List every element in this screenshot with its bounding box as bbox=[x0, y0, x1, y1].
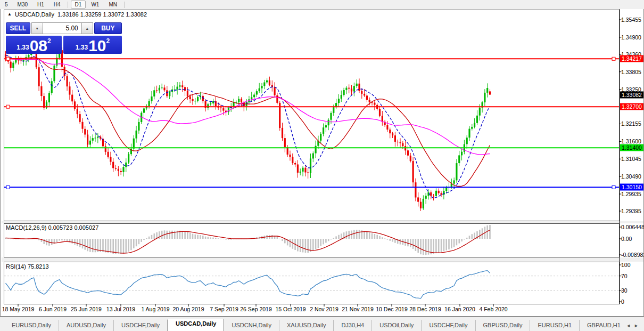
rsi-axis-label: 70 bbox=[621, 273, 628, 279]
horizontal-line-1-32700[interactable] bbox=[4, 105, 620, 108]
chart-ohlc-values: 1.33186 1.33259 1.33072 1.33082 bbox=[57, 11, 147, 18]
timeframe-button-h1[interactable]: H1 bbox=[33, 1, 48, 9]
chart-window: ▲ USDCAD,Daily 1.33186 1.33259 1.33072 1… bbox=[0, 9, 644, 317]
line-drag-handle[interactable] bbox=[6, 185, 10, 189]
timeframe-button-m30[interactable]: M30 bbox=[13, 1, 32, 9]
line-drag-handle[interactable] bbox=[6, 105, 10, 108]
ma-fast-line bbox=[6, 55, 490, 198]
timeframe-button-d1[interactable]: D1 bbox=[71, 1, 86, 9]
rsi-axis-label: 0 bbox=[621, 298, 624, 305]
date-axis-label: 2 Nov 2019 bbox=[310, 306, 338, 312]
price-axis-label: 1.29395 bbox=[621, 208, 641, 214]
sell-price-big: 08 bbox=[30, 39, 47, 53]
line-drag-handle[interactable] bbox=[612, 185, 615, 189]
tab-usdchf-daily[interactable]: USDCHF,Daily bbox=[422, 320, 475, 331]
price-axis-label: 1.30490 bbox=[621, 173, 641, 180]
tab-scroll-arrows: ◄ ► bbox=[624, 323, 644, 331]
one-click-trading-panel: SELL ▼ ▲ BUY 1.33 08 2 1.33 10 2 bbox=[6, 22, 122, 54]
tab-scroll-left-icon[interactable]: ◄ bbox=[626, 323, 631, 328]
timeframe-toolbar: 5M30H1H4D1W1MN bbox=[0, 0, 644, 10]
rsi-axis-label: 100 bbox=[621, 262, 631, 268]
macd-axis-label: -0.008982 bbox=[621, 252, 644, 258]
timeframe-button-w1[interactable]: W1 bbox=[87, 1, 103, 9]
tab-usdcad-daily[interactable]: USDCAD,Daily bbox=[168, 319, 224, 331]
date-axis-label: 18 May 2019 bbox=[2, 306, 35, 312]
tab-scroll-right-icon[interactable]: ► bbox=[634, 323, 639, 328]
rsi-indicator-label: RSI(14) 75.8213 bbox=[6, 263, 49, 270]
date-axis-label: 10 Dec 2019 bbox=[376, 306, 408, 312]
timeframe-button-h4[interactable]: H4 bbox=[49, 1, 65, 9]
price-axis-label: 1.31600 bbox=[621, 138, 641, 144]
panel-splitter[interactable] bbox=[2, 257, 643, 262]
date-axis-label: 7 Sep 2019 bbox=[210, 306, 238, 312]
panel-splitter[interactable] bbox=[2, 221, 643, 223]
chart-canvas bbox=[1, 9, 644, 326]
date-axis-label: 25 Jun 2019 bbox=[71, 306, 102, 312]
hline-price-label: 1.32700 bbox=[620, 103, 643, 110]
panel-frame bbox=[4, 262, 620, 304]
date-axis-label: 4 Feb 2020 bbox=[479, 306, 507, 312]
price-axis-label: 1.29935 bbox=[621, 191, 641, 197]
timeframe-button-5[interactable]: 5 bbox=[1, 1, 12, 9]
chart-tabs: EURUSD,DailyAUDUSD,DailyUSDCHF,DailyUSDC… bbox=[4, 319, 624, 331]
date-axis-label: 6 Jun 2019 bbox=[39, 306, 67, 312]
price-axis-label: 1.35455 bbox=[621, 17, 641, 23]
volume-increase-button[interactable]: ▲ bbox=[82, 23, 93, 34]
volume-decrease-button[interactable]: ▼ bbox=[32, 23, 43, 34]
date-axis-label: 28 Dec 2019 bbox=[409, 306, 441, 312]
price-axis-label: 1.31045 bbox=[621, 156, 641, 162]
toolbar-separator bbox=[124, 2, 125, 8]
buy-price-big: 10 bbox=[88, 39, 106, 53]
line-drag-handle[interactable] bbox=[6, 57, 10, 60]
chart-title-bar: ▲ USDCAD,Daily 1.33186 1.33259 1.33072 1… bbox=[7, 11, 147, 18]
tab-audusd-daily[interactable]: AUDUSD,Daily bbox=[59, 320, 114, 331]
date-axis-label: 13 Jul 2019 bbox=[106, 306, 135, 312]
line-drag-handle[interactable] bbox=[612, 57, 615, 60]
sell-price-superscript: 2 bbox=[47, 37, 51, 45]
collapse-icon[interactable]: ▲ bbox=[7, 12, 12, 17]
tab-gbpusd-daily[interactable]: GBPUSD,Daily bbox=[476, 320, 531, 331]
tab-dj30-h4[interactable]: DJ30,H4 bbox=[334, 320, 372, 331]
timeframe-button-mn[interactable]: MN bbox=[104, 1, 121, 9]
candlestick-series bbox=[5, 44, 491, 211]
hline-price-label: 1.34217 bbox=[620, 55, 643, 62]
buy-button[interactable]: BUY bbox=[94, 22, 122, 34]
rsi-axis-label: 30 bbox=[621, 287, 628, 294]
chart-tab-bar: EURUSD,DailyAUDUSD,DailyUSDCHF,DailyUSDC… bbox=[0, 317, 644, 331]
tab-xauusd-daily[interactable]: XAUUSD,Daily bbox=[279, 320, 334, 331]
price-axis-label: 1.32155 bbox=[621, 120, 641, 127]
rsi-line bbox=[6, 271, 490, 298]
macd-indicator-label: MACD(12,26,9) 0.005723 0.005027 bbox=[6, 224, 98, 231]
hline-price-label: 1.30150 bbox=[620, 184, 643, 191]
tab-eurusd-h1[interactable]: EURUSD,H1 bbox=[530, 320, 580, 331]
date-axis-label: 16 Jan 2020 bbox=[444, 306, 475, 312]
date-axis-label: 26 Sep 2019 bbox=[240, 306, 272, 312]
tab-eurusd-daily[interactable]: EURUSD,Daily bbox=[4, 320, 59, 331]
horizontal-line-1-34217[interactable] bbox=[4, 57, 620, 60]
price-axis-label: 1.34900 bbox=[621, 34, 641, 41]
date-axis-label: 15 Oct 2019 bbox=[275, 306, 306, 312]
tab-usdcnh-daily[interactable]: USDCNH,Daily bbox=[224, 320, 279, 331]
macd-axis-label: 0.00 bbox=[621, 236, 632, 242]
volume-stepper: ▼ ▲ bbox=[31, 22, 93, 34]
sell-price-small: 1.33 bbox=[16, 44, 29, 51]
date-axis-label: 21 Nov 2019 bbox=[342, 306, 374, 312]
tab-gbpaud-h1[interactable]: GBPAUD,H1 bbox=[580, 320, 624, 331]
macd-axis-label: 0.006448 bbox=[621, 224, 644, 230]
toolbar-separator bbox=[68, 2, 68, 8]
sell-price-display[interactable]: 1.33 08 2 bbox=[6, 36, 62, 54]
chart-symbol-label: USDCAD,Daily bbox=[15, 11, 54, 18]
date-axis-label: 20 Aug 2019 bbox=[173, 306, 204, 312]
volume-input[interactable] bbox=[43, 23, 82, 34]
buy-price-small: 1.33 bbox=[76, 44, 88, 51]
sell-button[interactable]: SELL bbox=[6, 22, 30, 34]
price-axis-label: 1.33805 bbox=[621, 69, 641, 75]
horizontal-line-1-30150[interactable] bbox=[4, 185, 620, 189]
mt4-window: 5M30H1H4D1W1MN ▲ USDCAD,Daily 1.33186 1.… bbox=[0, 0, 644, 331]
hline-price-label: 1.31400 bbox=[620, 144, 643, 151]
buy-price-display[interactable]: 1.33 10 2 bbox=[63, 36, 122, 54]
macd-signal-line bbox=[6, 230, 490, 253]
tab-usdchf-daily[interactable]: USDCHF,Daily bbox=[114, 320, 168, 331]
tab-usdoil-daily[interactable]: USDOil,Daily bbox=[372, 320, 422, 331]
buy-price-superscript: 2 bbox=[106, 37, 110, 45]
